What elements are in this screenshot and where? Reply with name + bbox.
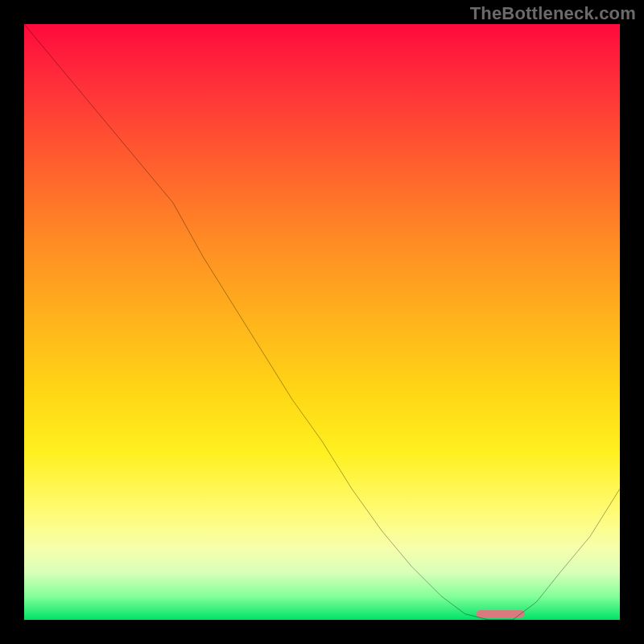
plot-area: [24, 24, 620, 620]
bottleneck-curve: [24, 24, 620, 620]
bottleneck-curve-path: [24, 24, 620, 620]
watermark-text: TheBottleneck.com: [470, 3, 636, 24]
chart-frame: TheBottleneck.com: [0, 0, 644, 644]
